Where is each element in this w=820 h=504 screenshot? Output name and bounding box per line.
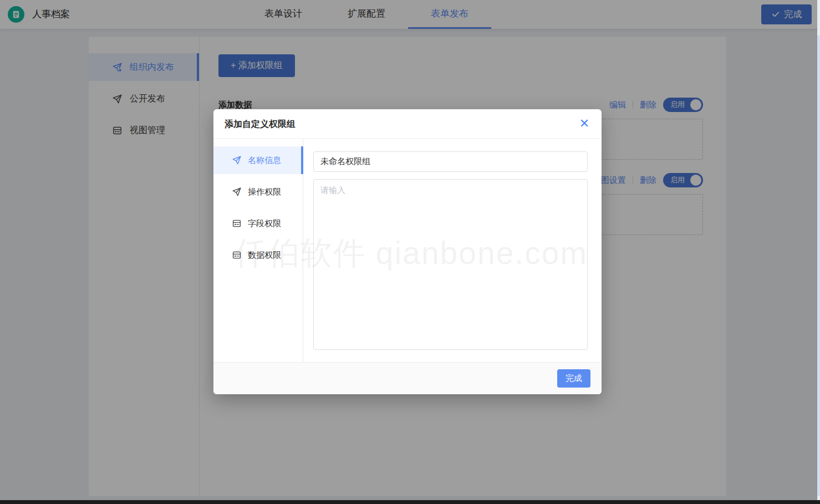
bottom-edge-strip <box>0 500 820 504</box>
modal-nav-label: 字段权限 <box>248 218 281 229</box>
group-description-textarea[interactable] <box>313 179 588 350</box>
modal-body: 名称信息 操作权限 字 <box>213 139 602 362</box>
scrollbar-thumb[interactable] <box>817 35 820 496</box>
modal-nav-field-permission[interactable]: 字段权限 <box>213 210 303 237</box>
group-name-input[interactable] <box>313 151 588 172</box>
view-icon <box>232 250 242 260</box>
modal-header: 添加自定义权限组 ✕ <box>213 109 602 139</box>
send-icon <box>232 187 242 197</box>
view-icon <box>232 218 242 228</box>
modal-content <box>303 139 602 362</box>
modal-nav-data-permission[interactable]: 数据权限 <box>213 241 303 269</box>
modal-title: 添加自定义权限组 <box>213 109 602 139</box>
modal-nav-operation-permission[interactable]: 操作权限 <box>213 178 303 206</box>
modal-nav-label: 操作权限 <box>248 187 281 197</box>
add-permission-group-modal: 添加自定义权限组 ✕ 名称信息 操作权限 <box>213 109 602 394</box>
close-icon[interactable]: ✕ <box>576 115 593 132</box>
modal-nav-label: 名称信息 <box>248 155 281 166</box>
modal-nav-label: 数据权限 <box>248 250 281 261</box>
modal-nav-name-info[interactable]: 名称信息 <box>213 146 303 174</box>
modal-done-button[interactable]: 完成 <box>557 369 590 388</box>
send-icon <box>232 155 242 165</box>
modal-nav: 名称信息 操作权限 字 <box>213 139 303 362</box>
scrollbar[interactable] <box>817 0 820 504</box>
modal-footer: 完成 <box>213 362 602 394</box>
